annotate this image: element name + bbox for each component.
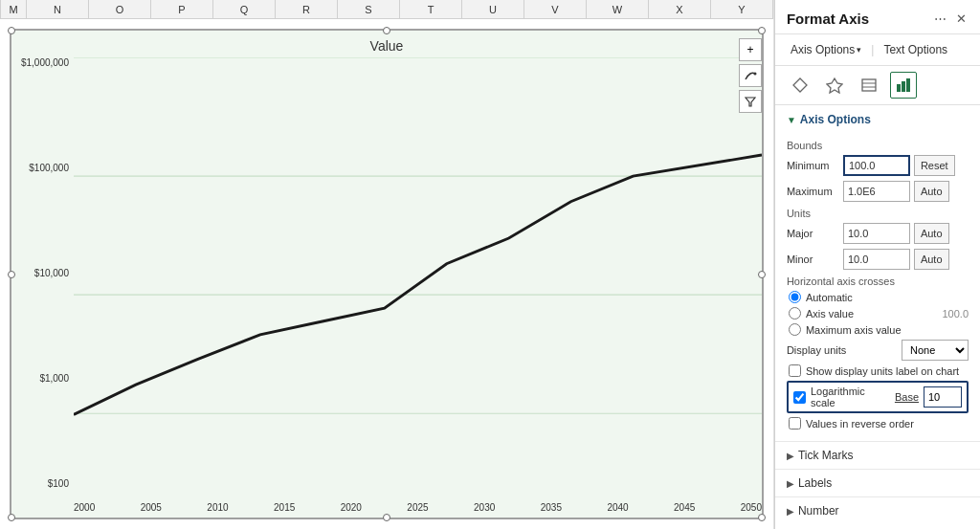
axis-options-section-title: Axis Options bbox=[800, 113, 871, 126]
format-axis-panel: Format Axis ⋯ ✕ Axis Options ▾ | Text Op… bbox=[774, 0, 980, 529]
major-input[interactable] bbox=[843, 223, 910, 244]
fill-icon-btn[interactable] bbox=[787, 72, 813, 99]
handle-tl[interactable] bbox=[8, 27, 15, 34]
chart-filters-button[interactable] bbox=[739, 90, 762, 113]
chart-styles-button[interactable] bbox=[739, 64, 762, 87]
col-s: S bbox=[338, 0, 400, 18]
automatic-radio[interactable] bbox=[789, 291, 801, 303]
x-label-2050: 2050 bbox=[741, 502, 762, 513]
axis-options-section-header[interactable]: ▼ Axis Options bbox=[775, 105, 980, 130]
show-label-checkbox-row: Show display units label on chart bbox=[787, 364, 969, 377]
axis-options-dropdown[interactable]: ▾ bbox=[857, 45, 861, 55]
x-label-2040: 2040 bbox=[607, 502, 628, 513]
log-scale-row: Logarithmic scale Base bbox=[787, 381, 969, 413]
svg-rect-12 bbox=[897, 84, 901, 92]
log-base-input[interactable] bbox=[924, 386, 962, 408]
col-o: O bbox=[89, 0, 151, 18]
log-base-label: Base bbox=[895, 391, 919, 403]
svg-rect-9 bbox=[862, 79, 876, 91]
tab-separator: | bbox=[871, 43, 874, 56]
x-label-2045: 2045 bbox=[674, 502, 695, 513]
x-axis-labels: 2000 2005 2010 2015 2020 2025 2030 2035 … bbox=[74, 502, 762, 513]
tick-marks-title: Tick Marks bbox=[798, 449, 854, 462]
maximum-auto-button[interactable]: Auto bbox=[914, 181, 949, 202]
svg-rect-13 bbox=[902, 81, 905, 92]
minimum-input[interactable] bbox=[843, 155, 910, 176]
bounds-label: Bounds bbox=[787, 140, 969, 151]
tick-marks-arrow: ▶ bbox=[787, 451, 794, 461]
minor-auto-button[interactable]: Auto bbox=[914, 249, 949, 270]
values-reverse-row: Values in reverse order bbox=[787, 417, 969, 430]
section-expand-arrow: ▼ bbox=[787, 115, 796, 125]
y-label-5: $100 bbox=[48, 478, 69, 489]
handle-tr[interactable] bbox=[758, 27, 766, 34]
units-label: Units bbox=[787, 208, 969, 219]
col-x: X bbox=[649, 0, 711, 18]
show-label-checkbox[interactable] bbox=[789, 364, 801, 377]
values-reverse-checkbox[interactable] bbox=[789, 417, 801, 430]
display-units-select[interactable]: None Hundreds Thousands Millions Billion… bbox=[902, 340, 969, 361]
y-label-1: $1,000,000 bbox=[21, 57, 69, 68]
col-t: T bbox=[400, 0, 462, 18]
minimum-label: Minimum bbox=[787, 160, 839, 171]
chart-title: Value bbox=[11, 31, 762, 57]
hac-label: Horizontal axis crosses bbox=[787, 276, 969, 287]
max-axis-value-radio[interactable] bbox=[789, 323, 801, 336]
handle-tm[interactable] bbox=[383, 27, 390, 34]
automatic-label: Automatic bbox=[806, 292, 853, 303]
y-axis-labels: $1,000,000 $100,000 $10,000 $1,000 $100 bbox=[11, 57, 74, 489]
log-scale-checkbox[interactable] bbox=[793, 391, 806, 404]
x-label-2035: 2035 bbox=[541, 502, 562, 513]
svg-marker-6 bbox=[746, 98, 755, 106]
bar-chart-icon-btn[interactable] bbox=[890, 72, 917, 99]
svg-point-5 bbox=[754, 73, 757, 76]
number-title: Number bbox=[798, 504, 839, 518]
chart-area: Value $1,000,000 $100,000 $10,000 $1,000… bbox=[0, 19, 773, 529]
x-label-2030: 2030 bbox=[474, 502, 495, 513]
column-headers: M N O P Q R S T U V W X Y bbox=[0, 0, 773, 19]
labels-title: Labels bbox=[798, 476, 832, 490]
max-axis-value-radio-row: Maximum axis value bbox=[787, 323, 969, 336]
chart-inner: $1,000,000 $100,000 $10,000 $1,000 $100 bbox=[11, 57, 762, 518]
x-label-2010: 2010 bbox=[207, 502, 228, 513]
major-auto-button[interactable]: Auto bbox=[914, 223, 949, 244]
maximum-input[interactable] bbox=[843, 181, 910, 202]
svg-rect-14 bbox=[906, 78, 910, 92]
col-v: V bbox=[524, 0, 587, 18]
panel-tabs: Axis Options ▾ | Text Options bbox=[775, 34, 980, 66]
minor-input[interactable] bbox=[843, 249, 910, 270]
spreadsheet-area: M N O P Q R S T U V W X Y Value bbox=[0, 0, 773, 529]
display-units-row: Display units None Hundreds Thousands Mi… bbox=[787, 340, 969, 361]
panel-menu-icon[interactable]: ⋯ bbox=[932, 10, 948, 28]
panel-close-icon[interactable]: ✕ bbox=[954, 10, 969, 28]
x-label-2005: 2005 bbox=[141, 502, 162, 513]
col-w: W bbox=[587, 0, 649, 18]
chart-svg bbox=[74, 57, 762, 529]
col-p: P bbox=[151, 0, 213, 18]
svg-marker-7 bbox=[793, 78, 807, 92]
show-label-text: Show display units label on chart bbox=[806, 365, 959, 377]
tab-text-options[interactable]: Text Options bbox=[880, 40, 951, 59]
size-icon-btn[interactable] bbox=[856, 72, 882, 99]
chart-tools: + bbox=[739, 38, 762, 113]
y-label-3: $10,000 bbox=[34, 268, 69, 278]
icon-row bbox=[775, 66, 980, 105]
add-element-button[interactable]: + bbox=[739, 38, 762, 61]
number-section[interactable]: ▶ Number bbox=[775, 496, 980, 524]
effects-icon-btn[interactable] bbox=[821, 72, 848, 99]
labels-section[interactable]: ▶ Labels bbox=[775, 469, 980, 496]
x-label-2015: 2015 bbox=[274, 502, 295, 513]
panel-header: Format Axis ⋯ ✕ bbox=[775, 0, 980, 34]
svg-marker-8 bbox=[827, 78, 842, 93]
maximum-row: Maximum Auto bbox=[787, 181, 969, 202]
tab-axis-options[interactable]: Axis Options ▾ bbox=[787, 40, 865, 59]
panel-header-icons: ⋯ ✕ bbox=[932, 10, 969, 28]
tick-marks-section[interactable]: ▶ Tick Marks bbox=[775, 441, 980, 469]
x-label-2000: 2000 bbox=[74, 502, 95, 513]
axis-value-num: 100.0 bbox=[942, 308, 969, 320]
panel-title: Format Axis bbox=[787, 11, 869, 27]
chart-container[interactable]: Value $1,000,000 $100,000 $10,000 $1,000… bbox=[10, 29, 764, 519]
minimum-reset-button[interactable]: Reset bbox=[914, 155, 955, 176]
x-label-2025: 2025 bbox=[407, 502, 428, 513]
axis-value-radio[interactable] bbox=[789, 307, 801, 320]
